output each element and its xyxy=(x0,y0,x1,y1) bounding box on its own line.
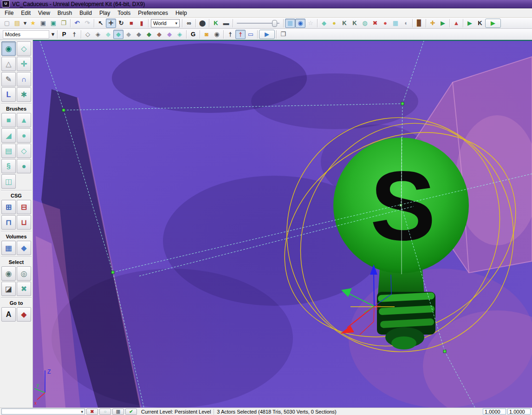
mobile-settings-button[interactable]: ✚ xyxy=(428,19,438,28)
drag-grid-input[interactable] xyxy=(483,408,506,415)
production-lighting-button[interactable]: ● xyxy=(380,19,390,28)
rotation-grid-input[interactable] xyxy=(507,408,531,415)
joystick-record-button[interactable]: † xyxy=(235,30,246,39)
light-preview-button[interactable]: ○ xyxy=(99,408,111,415)
menu-brush[interactable]: Brush xyxy=(54,9,76,17)
content-browser-button[interactable]: ⬤ xyxy=(197,19,208,28)
menu-tools[interactable]: Tools xyxy=(114,9,134,17)
csg-add-button[interactable]: ⊞ xyxy=(1,200,16,214)
lightmap-view-button[interactable]: ◈ xyxy=(175,30,185,39)
translate-tool-button[interactable]: ✛ xyxy=(106,19,116,28)
squint-mode-button[interactable]: ▭ xyxy=(246,30,256,39)
select-tool-button[interactable]: ↖ xyxy=(96,19,106,28)
shader-complexity-button[interactable]: ◆ xyxy=(154,30,164,39)
csg-deintersect-button[interactable]: ⊔ xyxy=(17,215,31,230)
menu-help[interactable]: Help xyxy=(172,9,191,17)
geometry-edit-mode-button[interactable]: ✎ xyxy=(1,72,16,86)
promote-window-button[interactable]: ❐ xyxy=(278,30,288,39)
save-all-button[interactable]: ▣ xyxy=(48,19,58,28)
light-complexity-button[interactable]: ◆ xyxy=(144,30,154,39)
scale-nonuniform-button[interactable]: ▮ xyxy=(136,19,147,28)
brush-sphere-button[interactable]: ● xyxy=(17,159,31,173)
favorites-button[interactable]: ★ xyxy=(28,19,38,28)
select-visible-button[interactable]: ◉ xyxy=(1,266,16,281)
csg-intersect-button[interactable]: ⊓ xyxy=(1,215,16,230)
sprite-toggle-button[interactable]: ● xyxy=(329,19,339,28)
menu-play[interactable]: Play xyxy=(96,9,114,17)
level-stream-combo[interactable]: ▾ xyxy=(1,408,85,415)
lighting-only-button[interactable]: ◆ xyxy=(134,30,144,39)
perspective-viewport[interactable]: S xyxy=(33,40,532,408)
joystick-button[interactable]: † xyxy=(69,30,79,39)
terrain-mode-button[interactable]: △ xyxy=(1,57,16,71)
redo-button[interactable]: ↷ xyxy=(82,19,92,28)
content-thumbnail-button[interactable]: ▉ xyxy=(414,19,424,28)
unlit-view-button[interactable]: ◆ xyxy=(103,30,113,39)
brush-cube-button[interactable]: ■ xyxy=(1,113,16,127)
deselect-all-button[interactable]: ✖ xyxy=(17,282,31,296)
csg-subtract-button[interactable]: ⊟ xyxy=(17,200,31,214)
no-translucent-selection-button[interactable]: ✖ xyxy=(370,19,380,28)
camera-eye-button[interactable]: ◉ xyxy=(212,30,222,39)
wireframe-view-button[interactable]: ◇ xyxy=(83,30,93,39)
game-view-button[interactable]: ◉ xyxy=(295,19,305,28)
goto-builder-brush-button[interactable]: ◆ xyxy=(17,307,31,322)
realtime-audio-button[interactable]: ◖ xyxy=(401,19,411,28)
play-level-button[interactable]: ▶ xyxy=(259,30,275,39)
play-in-viewport-button[interactable]: ▶ xyxy=(465,19,475,28)
play-in-editor-button[interactable]: ▶ xyxy=(485,19,501,28)
kismet-debug-button[interactable]: K xyxy=(475,19,485,28)
lit-view-button[interactable]: ◆ xyxy=(113,30,123,39)
brush-sheet-button[interactable]: ◇ xyxy=(17,144,31,158)
brush-polys-button[interactable]: ◆ xyxy=(319,19,329,28)
undo-button[interactable]: ↶ xyxy=(72,19,82,28)
new-map-button[interactable]: ▢ xyxy=(2,19,12,28)
modes-dropdown-button[interactable]: ▾ xyxy=(50,30,56,39)
lightmap-density-button[interactable]: ▦ xyxy=(390,19,401,28)
brush-linear-stairs-button[interactable]: ▤ xyxy=(1,144,16,158)
menu-build[interactable]: Build xyxy=(76,9,96,17)
static-mesh-mode-button[interactable]: ∩ xyxy=(17,72,31,86)
camera-speed-slider[interactable] xyxy=(237,19,279,27)
menu-preferences[interactable]: Preferences xyxy=(134,9,172,17)
realtime-preview-button[interactable]: ▦ xyxy=(285,19,295,28)
modes-select[interactable]: Modes xyxy=(3,30,49,39)
texture-density-button[interactable]: ◆ xyxy=(164,30,175,39)
menu-view[interactable]: View xyxy=(34,9,54,17)
favorite-level-button[interactable]: ☆ xyxy=(305,19,316,28)
select-hidden-button[interactable]: ◎ xyxy=(17,266,31,281)
add-volume-button[interactable]: ▦ xyxy=(1,241,16,255)
play-on-device-button[interactable]: ▶ xyxy=(438,19,448,28)
scale-tool-button[interactable]: ■ xyxy=(126,19,136,28)
blocking-volume-button[interactable]: ◆ xyxy=(17,241,31,255)
translucent-selection-button[interactable]: ◍ xyxy=(360,19,370,28)
street-toggle-button[interactable]: ▥ xyxy=(112,408,124,415)
goto-actor-button[interactable]: A xyxy=(1,307,16,322)
landscape-mode-button[interactable]: L xyxy=(1,87,16,102)
menu-edit[interactable]: Edit xyxy=(17,9,34,17)
detail-lighting-button[interactable]: ◆ xyxy=(123,30,134,39)
title-bar[interactable]: U VC_Caduceus - Unreal Development Kit (… xyxy=(0,0,532,8)
invert-selection-button[interactable]: ◪ xyxy=(1,282,16,296)
game-mode-button[interactable]: G xyxy=(188,30,198,39)
perspective-toggle-button[interactable]: P xyxy=(59,30,69,39)
menu-file[interactable]: File xyxy=(1,9,17,17)
brush-spiral-stairs-button[interactable]: § xyxy=(1,159,16,173)
camera-ok-button[interactable]: ✔ xyxy=(125,408,137,415)
foliage-mode-button[interactable]: ✱ xyxy=(17,87,31,102)
open-map-button[interactable]: ▤ xyxy=(12,19,22,28)
texture-align-mode-button[interactable]: ✛ xyxy=(17,57,31,71)
save-button[interactable]: ▣ xyxy=(38,19,48,28)
camera-mode-button[interactable]: ◉ xyxy=(1,41,16,56)
vertex-snapping-button[interactable]: K xyxy=(350,19,360,28)
socket-snapping-button[interactable]: K xyxy=(339,19,350,28)
rotate-tool-button[interactable]: ↻ xyxy=(116,19,126,28)
geometry-mode-button[interactable]: ◇ xyxy=(17,41,31,56)
kill-sound-button[interactable]: ✖ xyxy=(86,408,98,415)
lock-selection-button[interactable]: ◙ xyxy=(201,30,212,39)
deploy-to-device-button[interactable]: ▲ xyxy=(451,19,461,28)
brush-cylinder-button[interactable]: ● xyxy=(17,128,31,143)
brush-cone-button[interactable]: ▲ xyxy=(17,113,31,127)
brush-curved-stairs-button[interactable]: ◢ xyxy=(1,128,16,143)
coordinate-system-select[interactable]: World▾ xyxy=(151,19,180,27)
